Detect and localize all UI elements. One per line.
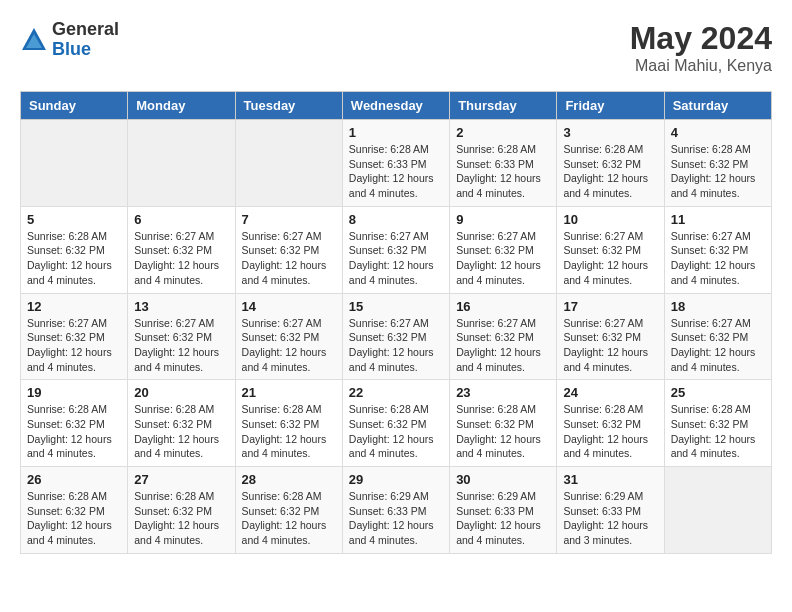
day-number: 29 [349,472,443,487]
table-row: 24Sunrise: 6:28 AMSunset: 6:32 PMDayligh… [557,380,664,467]
day-info: Sunrise: 6:28 AMSunset: 6:33 PMDaylight:… [349,142,443,201]
day-number: 13 [134,299,228,314]
table-row: 6Sunrise: 6:27 AMSunset: 6:32 PMDaylight… [128,206,235,293]
month-year-title: May 2024 [630,20,772,57]
table-row: 10Sunrise: 6:27 AMSunset: 6:32 PMDayligh… [557,206,664,293]
day-info: Sunrise: 6:27 AMSunset: 6:32 PMDaylight:… [242,316,336,375]
table-row: 17Sunrise: 6:27 AMSunset: 6:32 PMDayligh… [557,293,664,380]
table-row [21,120,128,207]
table-row: 13Sunrise: 6:27 AMSunset: 6:32 PMDayligh… [128,293,235,380]
calendar-week-4: 19Sunrise: 6:28 AMSunset: 6:32 PMDayligh… [21,380,772,467]
col-thursday: Thursday [450,92,557,120]
day-info: Sunrise: 6:28 AMSunset: 6:32 PMDaylight:… [242,489,336,548]
day-info: Sunrise: 6:28 AMSunset: 6:33 PMDaylight:… [456,142,550,201]
day-info: Sunrise: 6:28 AMSunset: 6:32 PMDaylight:… [563,402,657,461]
day-number: 23 [456,385,550,400]
day-number: 2 [456,125,550,140]
day-info: Sunrise: 6:27 AMSunset: 6:32 PMDaylight:… [349,229,443,288]
day-number: 15 [349,299,443,314]
page-header: General Blue May 2024 Maai Mahiu, Kenya [20,20,772,75]
day-number: 28 [242,472,336,487]
table-row: 28Sunrise: 6:28 AMSunset: 6:32 PMDayligh… [235,467,342,554]
calendar-week-2: 5Sunrise: 6:28 AMSunset: 6:32 PMDaylight… [21,206,772,293]
day-number: 16 [456,299,550,314]
table-row [235,120,342,207]
table-row [664,467,771,554]
day-info: Sunrise: 6:28 AMSunset: 6:32 PMDaylight:… [134,402,228,461]
day-number: 9 [456,212,550,227]
table-row: 3Sunrise: 6:28 AMSunset: 6:32 PMDaylight… [557,120,664,207]
col-friday: Friday [557,92,664,120]
col-tuesday: Tuesday [235,92,342,120]
table-row: 31Sunrise: 6:29 AMSunset: 6:33 PMDayligh… [557,467,664,554]
day-info: Sunrise: 6:28 AMSunset: 6:32 PMDaylight:… [27,402,121,461]
table-row: 7Sunrise: 6:27 AMSunset: 6:32 PMDaylight… [235,206,342,293]
day-info: Sunrise: 6:27 AMSunset: 6:32 PMDaylight:… [563,229,657,288]
table-row: 1Sunrise: 6:28 AMSunset: 6:33 PMDaylight… [342,120,449,207]
day-number: 30 [456,472,550,487]
day-info: Sunrise: 6:27 AMSunset: 6:32 PMDaylight:… [134,316,228,375]
day-info: Sunrise: 6:27 AMSunset: 6:32 PMDaylight:… [27,316,121,375]
day-info: Sunrise: 6:28 AMSunset: 6:32 PMDaylight:… [456,402,550,461]
calendar-header-row: Sunday Monday Tuesday Wednesday Thursday… [21,92,772,120]
table-row: 9Sunrise: 6:27 AMSunset: 6:32 PMDaylight… [450,206,557,293]
day-number: 25 [671,385,765,400]
day-number: 27 [134,472,228,487]
table-row: 29Sunrise: 6:29 AMSunset: 6:33 PMDayligh… [342,467,449,554]
day-number: 3 [563,125,657,140]
day-number: 31 [563,472,657,487]
day-info: Sunrise: 6:27 AMSunset: 6:32 PMDaylight:… [671,316,765,375]
day-info: Sunrise: 6:28 AMSunset: 6:32 PMDaylight:… [242,402,336,461]
day-info: Sunrise: 6:28 AMSunset: 6:32 PMDaylight:… [349,402,443,461]
table-row: 4Sunrise: 6:28 AMSunset: 6:32 PMDaylight… [664,120,771,207]
day-number: 20 [134,385,228,400]
day-info: Sunrise: 6:27 AMSunset: 6:32 PMDaylight:… [242,229,336,288]
calendar-week-5: 26Sunrise: 6:28 AMSunset: 6:32 PMDayligh… [21,467,772,554]
table-row: 26Sunrise: 6:28 AMSunset: 6:32 PMDayligh… [21,467,128,554]
table-row: 18Sunrise: 6:27 AMSunset: 6:32 PMDayligh… [664,293,771,380]
day-number: 10 [563,212,657,227]
day-info: Sunrise: 6:28 AMSunset: 6:32 PMDaylight:… [27,229,121,288]
table-row: 14Sunrise: 6:27 AMSunset: 6:32 PMDayligh… [235,293,342,380]
table-row: 25Sunrise: 6:28 AMSunset: 6:32 PMDayligh… [664,380,771,467]
logo-icon [20,26,48,54]
table-row: 2Sunrise: 6:28 AMSunset: 6:33 PMDaylight… [450,120,557,207]
location-subtitle: Maai Mahiu, Kenya [630,57,772,75]
table-row: 21Sunrise: 6:28 AMSunset: 6:32 PMDayligh… [235,380,342,467]
logo: General Blue [20,20,119,60]
day-number: 6 [134,212,228,227]
day-info: Sunrise: 6:29 AMSunset: 6:33 PMDaylight:… [349,489,443,548]
day-number: 24 [563,385,657,400]
day-info: Sunrise: 6:27 AMSunset: 6:32 PMDaylight:… [456,316,550,375]
day-number: 12 [27,299,121,314]
table-row: 27Sunrise: 6:28 AMSunset: 6:32 PMDayligh… [128,467,235,554]
table-row: 11Sunrise: 6:27 AMSunset: 6:32 PMDayligh… [664,206,771,293]
day-info: Sunrise: 6:28 AMSunset: 6:32 PMDaylight:… [671,142,765,201]
table-row: 16Sunrise: 6:27 AMSunset: 6:32 PMDayligh… [450,293,557,380]
day-info: Sunrise: 6:27 AMSunset: 6:32 PMDaylight:… [563,316,657,375]
day-info: Sunrise: 6:28 AMSunset: 6:32 PMDaylight:… [27,489,121,548]
day-info: Sunrise: 6:29 AMSunset: 6:33 PMDaylight:… [563,489,657,548]
day-number: 26 [27,472,121,487]
day-info: Sunrise: 6:28 AMSunset: 6:32 PMDaylight:… [134,489,228,548]
day-number: 17 [563,299,657,314]
day-number: 22 [349,385,443,400]
table-row: 5Sunrise: 6:28 AMSunset: 6:32 PMDaylight… [21,206,128,293]
day-number: 11 [671,212,765,227]
day-info: Sunrise: 6:27 AMSunset: 6:32 PMDaylight:… [671,229,765,288]
day-info: Sunrise: 6:28 AMSunset: 6:32 PMDaylight:… [671,402,765,461]
logo-blue-text: Blue [52,39,91,59]
table-row [128,120,235,207]
calendar-table: Sunday Monday Tuesday Wednesday Thursday… [20,91,772,554]
day-number: 1 [349,125,443,140]
day-info: Sunrise: 6:28 AMSunset: 6:32 PMDaylight:… [563,142,657,201]
day-number: 4 [671,125,765,140]
table-row: 23Sunrise: 6:28 AMSunset: 6:32 PMDayligh… [450,380,557,467]
col-wednesday: Wednesday [342,92,449,120]
table-row: 19Sunrise: 6:28 AMSunset: 6:32 PMDayligh… [21,380,128,467]
day-number: 7 [242,212,336,227]
table-row: 22Sunrise: 6:28 AMSunset: 6:32 PMDayligh… [342,380,449,467]
day-number: 8 [349,212,443,227]
calendar-week-1: 1Sunrise: 6:28 AMSunset: 6:33 PMDaylight… [21,120,772,207]
day-number: 19 [27,385,121,400]
